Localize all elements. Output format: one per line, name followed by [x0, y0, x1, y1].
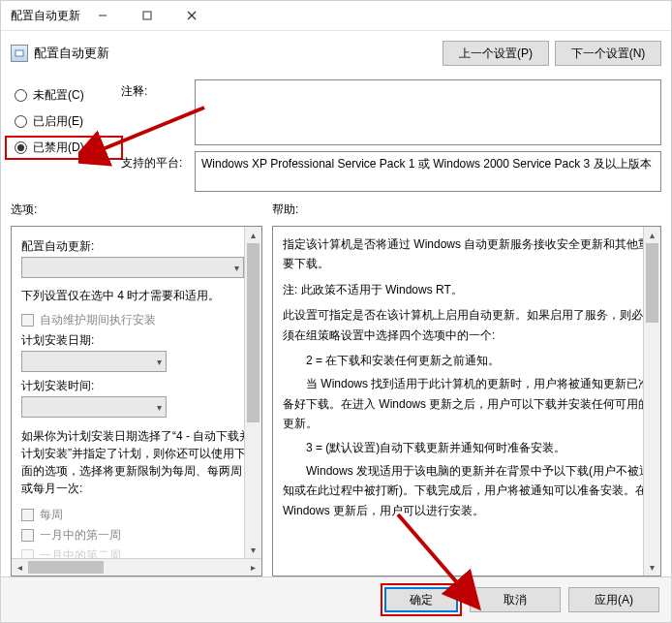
options-paragraph: 如果你为计划安装日期选择了“4 - 自动下载并计划安装”并指定了计划，则你还可以…: [21, 427, 252, 497]
options-pane: 配置自动更新: ▾ 下列设置仅在选中 4 时才需要和适用。 自动维护期间执行安装…: [11, 226, 262, 576]
apply-button[interactable]: 应用(A): [568, 587, 659, 612]
comment-textarea[interactable]: [195, 79, 661, 145]
radio-disabled-label: 已禁用(D): [33, 140, 84, 156]
close-button[interactable]: [169, 1, 214, 30]
minimize-button[interactable]: [80, 1, 125, 30]
policy-icon: [11, 45, 28, 62]
scroll-up-icon[interactable]: ▴: [644, 227, 660, 243]
scheduled-date-select[interactable]: ▾: [21, 351, 167, 372]
platform-label: 支持的平台:: [121, 151, 189, 171]
scroll-left-icon[interactable]: ◂: [12, 559, 28, 576]
scroll-right-icon[interactable]: ▸: [245, 559, 261, 576]
scheduled-time-select[interactable]: ▾: [21, 396, 167, 418]
options-vertical-scrollbar[interactable]: ▴ ▾: [244, 227, 261, 558]
radio-not-configured-label: 未配置(C): [33, 87, 84, 104]
scroll-down-icon[interactable]: ▾: [245, 542, 261, 558]
scheduled-time-label: 计划安装时间:: [21, 378, 252, 394]
help-text: 当 Windows 找到适用于此计算机的更新时，用户将被通知更新已准备好下载。在…: [283, 374, 651, 433]
previous-setting-button[interactable]: 上一个设置(P): [443, 41, 549, 66]
help-pane: 指定该计算机是否将通过 Windows 自动更新服务接收安全更新和其他重要下载。…: [272, 226, 661, 576]
help-text: 2 = 在下载和安装任何更新之前通知。: [283, 351, 651, 370]
scroll-down-icon[interactable]: ▾: [644, 559, 660, 576]
help-heading: 帮助:: [272, 202, 298, 218]
options-note: 下列设置仅在选中 4 时才需要和适用。: [21, 288, 252, 304]
svg-rect-4: [15, 50, 23, 56]
checkbox-first-week-label: 一月中的第一周: [40, 527, 121, 544]
checkbox-weekly-label: 每周: [40, 507, 63, 523]
help-text: Windows 发现适用于该电脑的更新并在背景中予以下载(用户不被通知或在此过程…: [283, 461, 651, 520]
options-horizontal-scrollbar[interactable]: ◂ ▸: [12, 558, 261, 576]
help-text: 此设置可指定是否在该计算机上启用自动更新。如果启用了服务，则必须在组策略设置中选…: [283, 305, 651, 345]
help-text: 3 = (默认设置)自动下载更新并通知何时准备安装。: [283, 438, 651, 457]
next-setting-button[interactable]: 下一个设置(N): [555, 41, 661, 66]
scheduled-date-label: 计划安装日期:: [21, 332, 252, 349]
checkbox-auto-maintenance[interactable]: 自动维护期间执行安装: [21, 312, 252, 328]
help-text: 指定该计算机是否将通过 Windows 自动更新服务接收安全更新和其他重要下载。: [283, 234, 651, 274]
configure-updates-select[interactable]: ▾: [21, 257, 244, 278]
maximize-button[interactable]: [125, 1, 169, 30]
chevron-down-icon: ▾: [157, 357, 162, 367]
supported-platform-text: Windows XP Professional Service Pack 1 或…: [195, 151, 661, 192]
checkbox-second-week[interactable]: 一月中的第二周: [21, 547, 252, 558]
options-heading: 选项:: [11, 202, 272, 218]
checkbox-second-week-label: 一月中的第二周: [40, 547, 121, 558]
chevron-down-icon: ▾: [157, 402, 162, 413]
help-vertical-scrollbar[interactable]: ▴ ▾: [643, 227, 660, 576]
window-title: 配置自动更新: [11, 8, 80, 24]
page-title: 配置自动更新: [34, 45, 437, 62]
radio-not-configured[interactable]: 未配置(C): [11, 87, 117, 104]
radio-enabled-label: 已启用(E): [33, 113, 83, 130]
radio-enabled[interactable]: 已启用(E): [11, 113, 117, 130]
scroll-up-icon[interactable]: ▴: [245, 227, 261, 243]
chevron-down-icon: ▾: [234, 263, 239, 273]
checkbox-first-week[interactable]: 一月中的第一周: [21, 527, 252, 544]
ok-button[interactable]: 确定: [384, 587, 458, 612]
radio-disabled[interactable]: 已禁用(D): [11, 140, 117, 156]
cancel-button[interactable]: 取消: [470, 587, 561, 612]
help-text: 注: 此政策不适用于 Windows RT。: [283, 280, 651, 299]
checkbox-auto-maintenance-label: 自动维护期间执行安装: [40, 312, 156, 328]
checkbox-weekly[interactable]: 每周: [21, 507, 252, 523]
configure-updates-label: 配置自动更新:: [21, 238, 252, 255]
comment-label: 注释:: [121, 79, 189, 100]
svg-rect-1: [143, 12, 151, 19]
